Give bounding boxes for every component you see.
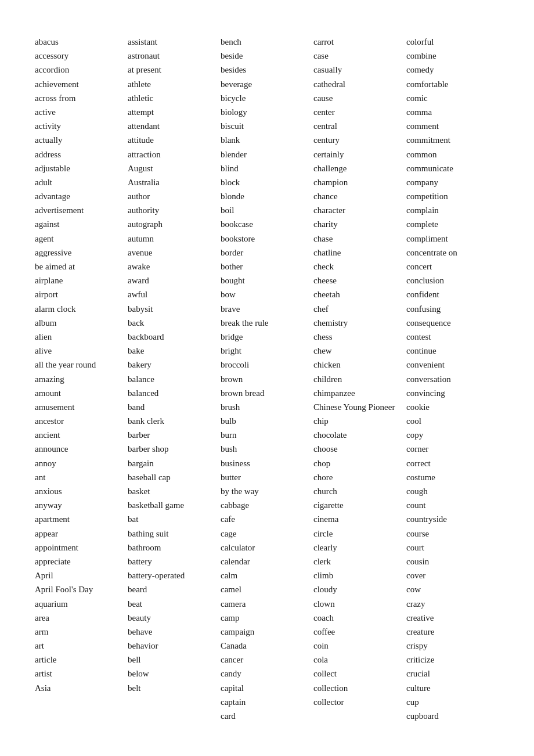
list-item: calm [221, 568, 313, 582]
list-item: consequence [406, 316, 499, 330]
list-item: century [313, 133, 406, 147]
list-item: active [35, 105, 128, 119]
list-item: basketball game [128, 498, 221, 512]
list-item: course [406, 527, 499, 541]
list-item: comma [406, 105, 499, 119]
list-item: culture [406, 681, 499, 695]
list-item: August [128, 161, 221, 175]
list-item: cough [406, 484, 499, 498]
list-item: avenue [128, 246, 221, 260]
list-item: attraction [128, 147, 221, 161]
list-item: barber shop [128, 442, 221, 456]
list-item: contest [406, 330, 499, 344]
list-item: complete [406, 217, 499, 231]
list-item: autograph [128, 217, 221, 231]
col-d: carrotcasecasuallycathedralcausecenterce… [313, 35, 406, 723]
list-item: bell [128, 653, 221, 667]
list-item: awake [128, 260, 221, 273]
list-item: block [221, 175, 313, 189]
list-item: accessory [35, 49, 128, 63]
list-item: chore [313, 470, 406, 484]
list-item: against [35, 217, 128, 231]
list-item: Australia [128, 175, 221, 189]
list-item: appointment [35, 541, 128, 555]
list-item: behavior [128, 639, 221, 653]
word-grid: abacusaccessoryaccordionachievementacros… [35, 35, 499, 723]
list-item: cathedral [313, 77, 406, 91]
list-item: April [35, 568, 128, 582]
list-item: cup [406, 695, 499, 709]
list-item: amazing [35, 372, 128, 386]
list-item: adjustable [35, 161, 128, 175]
list-item: cousin [406, 555, 499, 568]
list-item: bench [221, 35, 313, 49]
list-item: chef [313, 302, 406, 316]
list-item: accordion [35, 63, 128, 77]
list-item: competition [406, 189, 499, 203]
list-item: advertisement [35, 203, 128, 217]
list-item: beauty [128, 611, 221, 625]
list-item: certainly [313, 147, 406, 161]
list-item: bush [221, 442, 313, 456]
list-item: babysit [128, 302, 221, 316]
list-item: address [35, 147, 128, 161]
list-item: backboard [128, 330, 221, 344]
list-item: album [35, 316, 128, 330]
list-item: coin [313, 639, 406, 653]
list-item: brown [221, 372, 313, 386]
list-item: beard [128, 582, 221, 596]
list-item: article [35, 653, 128, 667]
list-item: cigarette [313, 498, 406, 512]
list-item: attempt [128, 105, 221, 119]
list-item: award [128, 273, 221, 287]
list-item: chimpanzee [313, 386, 406, 400]
list-item: comic [406, 91, 499, 105]
list-item: bicycle [221, 91, 313, 105]
list-item: art [35, 639, 128, 653]
list-item: convincing [406, 386, 499, 400]
list-item: candy [221, 667, 313, 681]
list-item: battery [128, 555, 221, 568]
list-item: bank clerk [128, 414, 221, 428]
list-item: bargain [128, 456, 221, 470]
list-item: convenient [406, 358, 499, 372]
list-item: aquarium [35, 597, 128, 611]
list-item: band [128, 400, 221, 414]
list-item: balanced [128, 386, 221, 400]
list-item: adult [35, 175, 128, 189]
list-item: cheetah [313, 287, 406, 301]
list-item: battery-operated [128, 568, 221, 582]
list-item: children [313, 372, 406, 386]
list-item: author [128, 189, 221, 203]
col-b: assistantastronautat presentathleteathle… [128, 35, 221, 723]
list-item: chatline [313, 246, 406, 260]
list-item: attitude [128, 133, 221, 147]
list-item: blender [221, 147, 313, 161]
list-item: card [221, 709, 313, 723]
list-item: airport [35, 287, 128, 301]
list-item: Canada [221, 639, 313, 653]
list-item: cafe [221, 512, 313, 526]
list-item: calendar [221, 555, 313, 568]
list-item: chicken [313, 358, 406, 372]
list-item: coffee [313, 625, 406, 639]
list-item: comfortable [406, 77, 499, 91]
list-item: capital [221, 681, 313, 695]
list-item: complain [406, 203, 499, 217]
list-item: crucial [406, 667, 499, 681]
list-item: anyway [35, 498, 128, 512]
list-item: at present [128, 63, 221, 77]
list-item: April Fool's Day [35, 582, 128, 596]
list-item: chop [313, 456, 406, 470]
list-item: bow [221, 287, 313, 301]
list-item: combine [406, 49, 499, 63]
list-item: charity [313, 217, 406, 231]
list-item: besides [221, 63, 313, 77]
list-item: camp [221, 611, 313, 625]
list-item: bookstore [221, 232, 313, 246]
list-item: cheese [313, 273, 406, 287]
list-item: criticize [406, 653, 499, 667]
list-item: below [128, 667, 221, 681]
list-item: clerk [313, 555, 406, 568]
list-item: comment [406, 119, 499, 133]
